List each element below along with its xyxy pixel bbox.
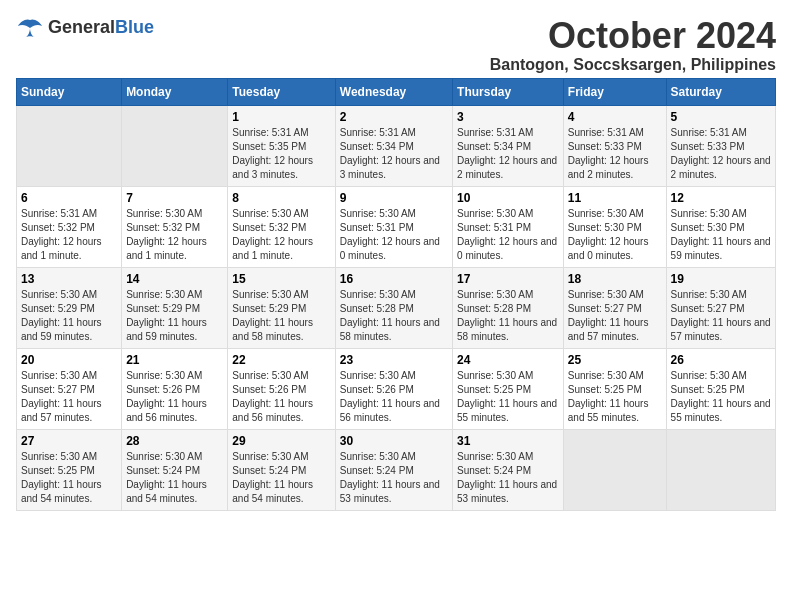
day-number: 17 [457, 272, 559, 286]
day-number: 2 [340, 110, 448, 124]
day-info: Sunrise: 5:30 AM Sunset: 5:25 PM Dayligh… [457, 369, 559, 425]
logo-blue: Blue [115, 17, 154, 37]
calendar-cell: 27Sunrise: 5:30 AM Sunset: 5:25 PM Dayli… [17, 429, 122, 510]
day-info: Sunrise: 5:30 AM Sunset: 5:27 PM Dayligh… [568, 288, 662, 344]
title-block: October 2024 Bantogon, Soccsksargen, Phi… [490, 16, 776, 74]
location-title: Bantogon, Soccsksargen, Philippines [490, 56, 776, 74]
day-number: 16 [340, 272, 448, 286]
day-info: Sunrise: 5:30 AM Sunset: 5:25 PM Dayligh… [671, 369, 771, 425]
day-number: 21 [126, 353, 223, 367]
day-number: 3 [457, 110, 559, 124]
calendar-week-row: 20Sunrise: 5:30 AM Sunset: 5:27 PM Dayli… [17, 348, 776, 429]
day-number: 28 [126, 434, 223, 448]
calendar-cell: 8Sunrise: 5:30 AM Sunset: 5:32 PM Daylig… [228, 186, 335, 267]
header-cell: Sunday [17, 78, 122, 105]
calendar-cell: 6Sunrise: 5:31 AM Sunset: 5:32 PM Daylig… [17, 186, 122, 267]
day-info: Sunrise: 5:30 AM Sunset: 5:28 PM Dayligh… [457, 288, 559, 344]
header-cell: Saturday [666, 78, 775, 105]
day-info: Sunrise: 5:30 AM Sunset: 5:25 PM Dayligh… [21, 450, 117, 506]
day-info: Sunrise: 5:30 AM Sunset: 5:32 PM Dayligh… [126, 207, 223, 263]
calendar-cell: 11Sunrise: 5:30 AM Sunset: 5:30 PM Dayli… [563, 186, 666, 267]
day-number: 29 [232, 434, 330, 448]
calendar-cell: 30Sunrise: 5:30 AM Sunset: 5:24 PM Dayli… [335, 429, 452, 510]
calendar-cell: 17Sunrise: 5:30 AM Sunset: 5:28 PM Dayli… [453, 267, 564, 348]
day-number: 10 [457, 191, 559, 205]
logo-icon [16, 16, 44, 38]
day-number: 18 [568, 272, 662, 286]
calendar-cell: 9Sunrise: 5:30 AM Sunset: 5:31 PM Daylig… [335, 186, 452, 267]
day-info: Sunrise: 5:31 AM Sunset: 5:34 PM Dayligh… [340, 126, 448, 182]
day-info: Sunrise: 5:30 AM Sunset: 5:24 PM Dayligh… [126, 450, 223, 506]
day-number: 15 [232, 272, 330, 286]
day-info: Sunrise: 5:30 AM Sunset: 5:27 PM Dayligh… [671, 288, 771, 344]
day-number: 24 [457, 353, 559, 367]
calendar-cell: 1Sunrise: 5:31 AM Sunset: 5:35 PM Daylig… [228, 105, 335, 186]
logo: GeneralBlue [16, 16, 154, 38]
calendar-cell: 18Sunrise: 5:30 AM Sunset: 5:27 PM Dayli… [563, 267, 666, 348]
day-info: Sunrise: 5:30 AM Sunset: 5:26 PM Dayligh… [340, 369, 448, 425]
day-number: 31 [457, 434, 559, 448]
calendar-cell [666, 429, 775, 510]
day-number: 7 [126, 191, 223, 205]
day-info: Sunrise: 5:31 AM Sunset: 5:34 PM Dayligh… [457, 126, 559, 182]
calendar-cell: 14Sunrise: 5:30 AM Sunset: 5:29 PM Dayli… [122, 267, 228, 348]
day-info: Sunrise: 5:30 AM Sunset: 5:29 PM Dayligh… [126, 288, 223, 344]
day-info: Sunrise: 5:31 AM Sunset: 5:33 PM Dayligh… [671, 126, 771, 182]
logo-general: General [48, 17, 115, 37]
day-info: Sunrise: 5:30 AM Sunset: 5:31 PM Dayligh… [457, 207, 559, 263]
calendar-cell: 28Sunrise: 5:30 AM Sunset: 5:24 PM Dayli… [122, 429, 228, 510]
day-info: Sunrise: 5:30 AM Sunset: 5:29 PM Dayligh… [21, 288, 117, 344]
calendar-cell: 5Sunrise: 5:31 AM Sunset: 5:33 PM Daylig… [666, 105, 775, 186]
header-cell: Tuesday [228, 78, 335, 105]
month-title: October 2024 [490, 16, 776, 56]
day-info: Sunrise: 5:30 AM Sunset: 5:26 PM Dayligh… [232, 369, 330, 425]
day-info: Sunrise: 5:30 AM Sunset: 5:32 PM Dayligh… [232, 207, 330, 263]
page-header: GeneralBlue October 2024 Bantogon, Soccs… [16, 16, 776, 74]
day-info: Sunrise: 5:31 AM Sunset: 5:35 PM Dayligh… [232, 126, 330, 182]
day-number: 4 [568, 110, 662, 124]
calendar-cell: 12Sunrise: 5:30 AM Sunset: 5:30 PM Dayli… [666, 186, 775, 267]
day-number: 9 [340, 191, 448, 205]
calendar-cell: 31Sunrise: 5:30 AM Sunset: 5:24 PM Dayli… [453, 429, 564, 510]
calendar-cell: 19Sunrise: 5:30 AM Sunset: 5:27 PM Dayli… [666, 267, 775, 348]
calendar-cell: 2Sunrise: 5:31 AM Sunset: 5:34 PM Daylig… [335, 105, 452, 186]
day-info: Sunrise: 5:30 AM Sunset: 5:30 PM Dayligh… [568, 207, 662, 263]
day-number: 5 [671, 110, 771, 124]
day-number: 26 [671, 353, 771, 367]
calendar-cell: 22Sunrise: 5:30 AM Sunset: 5:26 PM Dayli… [228, 348, 335, 429]
header-cell: Thursday [453, 78, 564, 105]
day-info: Sunrise: 5:30 AM Sunset: 5:29 PM Dayligh… [232, 288, 330, 344]
calendar-cell: 26Sunrise: 5:30 AM Sunset: 5:25 PM Dayli… [666, 348, 775, 429]
day-number: 25 [568, 353, 662, 367]
day-info: Sunrise: 5:30 AM Sunset: 5:30 PM Dayligh… [671, 207, 771, 263]
header-cell: Friday [563, 78, 666, 105]
day-number: 11 [568, 191, 662, 205]
day-number: 6 [21, 191, 117, 205]
day-number: 22 [232, 353, 330, 367]
day-number: 14 [126, 272, 223, 286]
header-cell: Wednesday [335, 78, 452, 105]
calendar-cell: 13Sunrise: 5:30 AM Sunset: 5:29 PM Dayli… [17, 267, 122, 348]
calendar-cell [563, 429, 666, 510]
calendar-week-row: 1Sunrise: 5:31 AM Sunset: 5:35 PM Daylig… [17, 105, 776, 186]
day-number: 13 [21, 272, 117, 286]
header-row: SundayMondayTuesdayWednesdayThursdayFrid… [17, 78, 776, 105]
calendar-cell: 16Sunrise: 5:30 AM Sunset: 5:28 PM Dayli… [335, 267, 452, 348]
calendar-cell: 21Sunrise: 5:30 AM Sunset: 5:26 PM Dayli… [122, 348, 228, 429]
calendar-cell: 24Sunrise: 5:30 AM Sunset: 5:25 PM Dayli… [453, 348, 564, 429]
calendar-cell: 15Sunrise: 5:30 AM Sunset: 5:29 PM Dayli… [228, 267, 335, 348]
day-info: Sunrise: 5:31 AM Sunset: 5:32 PM Dayligh… [21, 207, 117, 263]
calendar-cell: 25Sunrise: 5:30 AM Sunset: 5:25 PM Dayli… [563, 348, 666, 429]
calendar-cell: 3Sunrise: 5:31 AM Sunset: 5:34 PM Daylig… [453, 105, 564, 186]
calendar-table: SundayMondayTuesdayWednesdayThursdayFrid… [16, 78, 776, 511]
calendar-cell: 4Sunrise: 5:31 AM Sunset: 5:33 PM Daylig… [563, 105, 666, 186]
day-number: 23 [340, 353, 448, 367]
day-number: 1 [232, 110, 330, 124]
day-info: Sunrise: 5:30 AM Sunset: 5:24 PM Dayligh… [340, 450, 448, 506]
calendar-cell: 7Sunrise: 5:30 AM Sunset: 5:32 PM Daylig… [122, 186, 228, 267]
day-info: Sunrise: 5:30 AM Sunset: 5:28 PM Dayligh… [340, 288, 448, 344]
day-number: 30 [340, 434, 448, 448]
day-info: Sunrise: 5:30 AM Sunset: 5:25 PM Dayligh… [568, 369, 662, 425]
header-cell: Monday [122, 78, 228, 105]
calendar-cell [122, 105, 228, 186]
